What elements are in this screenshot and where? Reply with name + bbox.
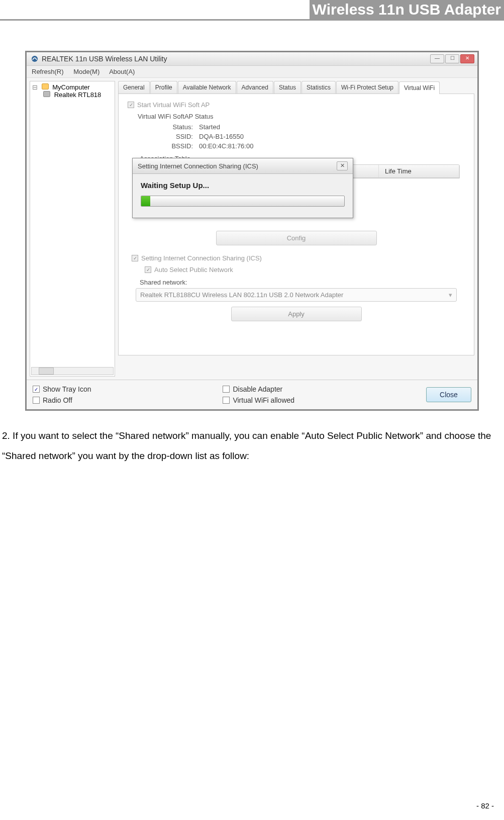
vwifi-allowed-row: Virtual WiFi allowed (223, 396, 294, 404)
status-value: Started (199, 123, 220, 131)
progress-bar (141, 196, 345, 207)
computer-icon (42, 83, 49, 89)
radio-off-label: Radio Off (43, 396, 72, 404)
adapter-icon (43, 91, 50, 97)
tree-root-label: MyComputer (52, 83, 89, 91)
tab-statistics[interactable]: Statistics (301, 81, 336, 94)
ics-checkbox[interactable] (132, 255, 138, 261)
bottom-left: Show Tray Icon Radio Off (33, 385, 91, 404)
vwifi-allowed-checkbox[interactable] (223, 397, 230, 404)
shared-network-dropdown[interactable]: Realtek RTL8188CU Wireless LAN 802.11n U… (136, 288, 457, 302)
menu-about[interactable]: About(A) (109, 68, 135, 75)
ssid-label: SSID: (163, 133, 193, 140)
config-button[interactable]: Config (216, 231, 377, 245)
ics-dialog: Setting Internet Connection Sharing (ICS… (132, 158, 353, 218)
disable-adapter-row: Disable Adapter (223, 385, 294, 393)
start-softap-row: Start Virtual WiFi Soft AP (128, 101, 465, 109)
maximize-button[interactable]: ☐ (445, 54, 459, 63)
disable-adapter-label: Disable Adapter (233, 385, 282, 393)
window-title: REALTEK 11n USB Wireless LAN Utility (42, 55, 167, 63)
autoselect-row: Auto Select Public Network (145, 266, 465, 274)
col-life[interactable]: Life Time (379, 165, 459, 177)
tab-profile[interactable]: Profile (150, 81, 177, 94)
show-tray-label: Show Tray Icon (43, 385, 91, 393)
status-label: Status: (163, 123, 193, 131)
page-title: Wireless 11n USB Adapter (310, 0, 504, 19)
progress-fill (141, 196, 150, 206)
page-header: Wireless 11n USB Adapter (0, 0, 504, 21)
bssid-value: 00:E0:4C:81:76:00 (199, 142, 253, 150)
dropdown-caret-icon: ▾ (449, 291, 452, 299)
app-icon (31, 55, 39, 63)
ssid-value: DQA-B1-16550 (199, 133, 244, 140)
bottom-mid: Disable Adapter Virtual WiFi allowed (223, 385, 294, 404)
apply-button[interactable]: Apply (231, 307, 362, 321)
tree-child-label: Realtek RTL818 (54, 91, 102, 99)
start-softap-label: Start Virtual WiFi Soft AP (137, 101, 210, 109)
radio-off-row: Radio Off (33, 396, 91, 404)
start-softap-checkbox[interactable] (128, 102, 134, 108)
app-window: REALTEK 11n USB Wireless LAN Utility — ☐… (25, 51, 479, 411)
page-number: - 82 - (476, 801, 494, 810)
close-button[interactable]: Close (426, 387, 471, 402)
tab-advanced[interactable]: Advanced (237, 81, 273, 94)
device-tree[interactable]: ⊟ MyComputer Realtek RTL818 (30, 81, 115, 377)
minimize-button[interactable]: — (430, 54, 444, 63)
dialog-title: Setting Internet Connection Sharing (ICS… (138, 162, 258, 170)
svg-point-0 (32, 56, 38, 62)
tab-status[interactable]: Status (274, 81, 301, 94)
close-window-button[interactable]: ✕ (460, 54, 474, 63)
tab-virtual-wifi[interactable]: Virtual WiFi (399, 81, 440, 94)
autoselect-label: Auto Select Public Network (154, 266, 233, 274)
shared-network-value: Realtek RTL8188CU Wireless LAN 802.11n U… (140, 291, 343, 299)
bottom-bar: Show Tray Icon Radio Off Disable Adapter… (27, 380, 477, 409)
autoselect-checkbox[interactable] (145, 266, 151, 273)
show-tray-row: Show Tray Icon (33, 385, 91, 393)
dialog-message: Waiting Setup Up... (141, 181, 345, 190)
vwifi-allowed-label: Virtual WiFi allowed (233, 396, 294, 404)
tab-body: Start Virtual WiFi Soft AP Virtual WiFi … (118, 94, 474, 355)
ics-row: Setting Internet Connection Sharing (ICS… (132, 254, 465, 262)
tab-wps[interactable]: Wi-Fi Protect Setup (336, 81, 398, 94)
shared-network-label: Shared network: (140, 279, 465, 286)
menu-refresh[interactable]: Refresh(R) (32, 68, 64, 75)
show-tray-checkbox[interactable] (33, 386, 40, 393)
dialog-body: Waiting Setup Up... (133, 174, 353, 218)
bssid-label: BSSID: (163, 142, 193, 150)
radio-off-checkbox[interactable] (33, 397, 40, 404)
body-area: ⊟ MyComputer Realtek RTL818 General Prof… (27, 78, 477, 380)
content-pane: General Profile Available Network Advanc… (118, 81, 474, 377)
titlebar: REALTEK 11n USB Wireless LAN Utility — ☐… (27, 52, 477, 66)
disable-adapter-checkbox[interactable] (223, 386, 230, 393)
instruction-paragraph: 2. If you want to select the “Shared net… (2, 426, 504, 466)
menu-mode[interactable]: Mode(M) (73, 68, 99, 75)
scroll-thumb[interactable] (39, 368, 54, 375)
dialog-close-button[interactable]: ✕ (337, 161, 348, 170)
tab-available-network[interactable]: Available Network (178, 81, 236, 94)
softap-status-grid: Status:Started SSID:DQA-B1-16550 BSSID:0… (163, 123, 465, 150)
tree-scrollbar[interactable] (31, 367, 114, 375)
tab-bar: General Profile Available Network Advanc… (118, 81, 474, 94)
window-buttons: — ☐ ✕ (430, 54, 474, 63)
ics-label: Setting Internet Connection Sharing (ICS… (141, 254, 262, 262)
tree-child[interactable]: Realtek RTL818 (32, 91, 113, 99)
tab-general[interactable]: General (118, 81, 150, 94)
menubar: Refresh(R) Mode(M) About(A) (27, 66, 477, 78)
tree-collapse-icon[interactable]: ⊟ (32, 83, 38, 91)
dialog-titlebar: Setting Internet Connection Sharing (ICS… (133, 158, 353, 174)
softap-status-heading: Virtual WiFi SoftAP Status (138, 113, 465, 120)
tree-root[interactable]: ⊟ MyComputer (32, 83, 113, 91)
